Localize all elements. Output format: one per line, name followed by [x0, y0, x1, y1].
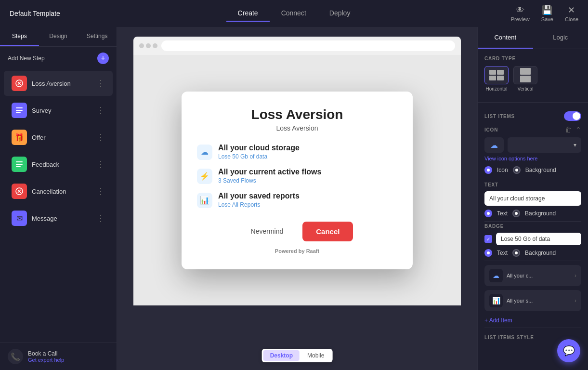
svg-rect-4	[16, 110, 23, 111]
modal-item-badge[interactable]: 3 Saved Flows	[218, 177, 321, 184]
badge-check[interactable]	[484, 235, 492, 243]
chevron-up-icon[interactable]: ⌃	[575, 126, 581, 133]
text-radio-label: Text	[497, 210, 508, 217]
vertical-box	[513, 66, 537, 84]
badge-radio-row: Text Background	[484, 249, 581, 257]
icon-radio-selected[interactable]	[484, 166, 492, 174]
modal-item-badge[interactable]: Lose 50 Gb of data	[218, 153, 300, 160]
tab-design[interactable]: Design	[39, 27, 78, 46]
desktop-view-button[interactable]: Desktop	[263, 350, 300, 361]
panel-tabs: Content Logic	[478, 27, 588, 49]
horizontal-option[interactable]: Horizontal	[484, 66, 509, 92]
more-dots-icon[interactable]: ⋮	[96, 105, 105, 116]
reports-icon: 📊	[197, 193, 212, 208]
modal-item-title: All your current active flows	[218, 168, 321, 176]
save-label: Save	[541, 16, 553, 22]
loss-aversion-modal: Loss Aversion Loss Aversion ☁ All your c…	[182, 92, 413, 269]
sidebar: Steps Design Settings Add New Step + Los…	[0, 27, 117, 370]
divider	[478, 102, 588, 103]
sidebar-item-label: Cancellation	[32, 188, 91, 195]
browser-url-bar	[161, 40, 455, 51]
nevermind-button[interactable]: Nevermind	[241, 223, 293, 240]
close-label: Close	[565, 16, 578, 22]
icon-dropdown[interactable]: ▾	[508, 137, 581, 153]
sidebar-item-survey[interactable]: Survey ⋮	[4, 98, 113, 123]
modal-items: ☁ All your cloud storage Lose 50 Gb of d…	[197, 144, 397, 208]
browser-dot-green	[153, 43, 157, 48]
save-button[interactable]: 💾 Save	[541, 5, 553, 22]
nav-deploy[interactable]: Deploy	[318, 5, 362, 22]
more-dots-icon[interactable]: ⋮	[96, 159, 105, 170]
list-items-style-title: LIST ITEMS STYLE	[484, 330, 581, 340]
badge-section-title: BADGE	[484, 224, 581, 229]
list-item-card-2[interactable]: 📊 All your s... ›	[484, 290, 581, 311]
powered-by-text: Powered by	[275, 248, 305, 254]
preview-button[interactable]: 👁 Preview	[511, 5, 530, 22]
more-dots-icon[interactable]: ⋮	[96, 132, 105, 143]
modal-subtitle: Loss Aversion	[197, 124, 397, 132]
modal-item-reports: 📊 All your saved reports Lose All Report…	[197, 192, 397, 208]
more-dots-icon[interactable]: ⋮	[96, 78, 105, 89]
divider	[484, 261, 581, 261]
tab-steps[interactable]: Steps	[0, 27, 39, 46]
sidebar-item-loss-aversion[interactable]: Loss Aversion ⋮	[4, 71, 113, 96]
sidebar-item-label: Loss Aversion	[32, 80, 91, 87]
modal-title: Loss Aversion	[197, 107, 397, 122]
background-radio[interactable]	[513, 166, 521, 174]
add-step-button[interactable]: +	[97, 53, 109, 64]
badge-input[interactable]	[496, 233, 581, 245]
vertical-option[interactable]: Vertical	[513, 66, 537, 92]
view-icon-options-link[interactable]: View icon options here	[484, 156, 581, 161]
book-call-label: Book a Call	[28, 350, 64, 357]
sidebar-bottom: 📞 Book a Call Get expert help	[0, 343, 117, 370]
topbar: Default Template Create Connect Deploy 👁…	[0, 0, 588, 27]
list-item-card-1[interactable]: ☁ All your c... ›	[484, 265, 581, 286]
nav-create[interactable]: Create	[226, 5, 270, 22]
book-call-button[interactable]: 📞 Book a Call Get expert help	[8, 349, 109, 364]
more-dots-icon[interactable]: ⋮	[96, 186, 105, 197]
modal-item-content: All your saved reports Lose All Reports	[218, 192, 300, 208]
preview-icon: 👁	[516, 5, 524, 15]
card-type-section: CARD TYPE Horizontal	[478, 49, 588, 100]
nav-connect[interactable]: Connect	[270, 5, 318, 22]
mobile-view-button[interactable]: Mobile	[301, 350, 331, 361]
tab-settings[interactable]: Settings	[78, 27, 117, 46]
sidebar-item-message[interactable]: ✉ Message ⋮	[4, 206, 113, 231]
text-background-radio[interactable]	[512, 210, 520, 217]
more-dots-icon[interactable]: ⋮	[96, 213, 105, 224]
save-icon: 💾	[542, 5, 552, 15]
trash-icon[interactable]: 🗑	[565, 126, 572, 133]
icon-section-label: ICON	[484, 127, 498, 132]
right-panel: Content Logic CARD TYPE Horizontal	[477, 27, 588, 370]
loss-aversion-icon	[12, 76, 27, 91]
sidebar-item-label: Survey	[32, 107, 91, 114]
badge-background-radio[interactable]	[512, 249, 520, 257]
preview-label: Preview	[511, 16, 530, 22]
tab-logic[interactable]: Logic	[533, 27, 588, 49]
modal-item-badge[interactable]: Lose All Reports	[218, 201, 300, 208]
topbar-actions: 👁 Preview 💾 Save ✕ Close	[436, 5, 578, 22]
cancel-button[interactable]: Cancel	[302, 222, 353, 241]
chat-button[interactable]: 💬	[557, 339, 580, 362]
text-radio-selected[interactable]	[484, 210, 492, 217]
survey-icon	[12, 103, 27, 118]
divider	[484, 328, 581, 328]
sidebar-item-label: Message	[32, 215, 91, 222]
card-type-title: CARD TYPE	[484, 56, 581, 61]
icon-picker: ☁ ▾	[484, 137, 581, 153]
badge-radio-selected[interactable]	[484, 249, 492, 257]
text-input[interactable]	[484, 191, 581, 206]
main-layout: Steps Design Settings Add New Step + Los…	[0, 27, 588, 370]
sidebar-item-cancellation[interactable]: Cancellation ⋮	[4, 179, 113, 204]
sidebar-item-offer[interactable]: 🎁 Offer ⋮	[4, 125, 113, 150]
sidebar-item-feedback[interactable]: Feedback ⋮	[4, 152, 113, 177]
tab-content[interactable]: Content	[478, 27, 533, 49]
chevron-right-icon: ›	[575, 297, 576, 304]
phone-icon: 📞	[8, 349, 23, 364]
list-items-toggle[interactable]	[564, 111, 581, 121]
list-items-row: LIST ITEMS	[484, 111, 581, 121]
canvas-area: Loss Aversion Loss Aversion ☁ All your c…	[133, 55, 461, 305]
close-button[interactable]: ✕ Close	[565, 5, 578, 22]
add-item-button[interactable]: + Add Item	[484, 315, 581, 326]
badge-radio-label: Text	[497, 250, 508, 256]
